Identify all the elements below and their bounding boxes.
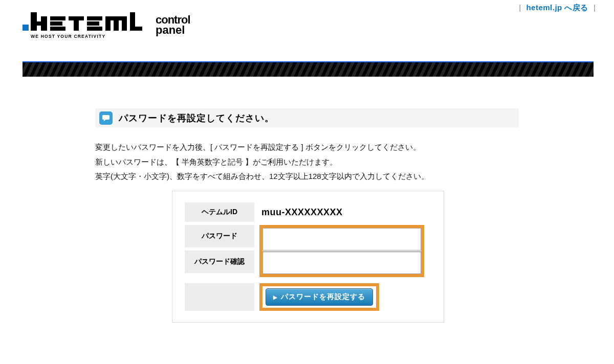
svg-rect-10 (87, 21, 99, 26)
value-heteml-id: muu-XXXXXXXXX (254, 202, 431, 222)
svg-rect-18 (130, 27, 142, 31)
password-reset-form: ヘテムルID muu-XXXXXXXXX パスワード パスワード確認 パスワード… (172, 191, 444, 323)
label-heteml-id: ヘテムルID (185, 202, 254, 222)
page-heading: パスワードを再設定してください。 (95, 108, 519, 128)
top-link-bar: | heteml.jp へ戻る | (516, 3, 599, 13)
password-input[interactable] (262, 228, 421, 251)
svg-rect-9 (87, 16, 102, 20)
label-submit-spacer (185, 283, 254, 311)
svg-rect-0 (23, 25, 29, 31)
heteml-id-text: muu-XXXXXXXXX (261, 207, 343, 218)
svg-rect-8 (74, 16, 79, 31)
instruction-line-1: 変更したいパスワードを入力後、[ パスワードを再設定する ] ボタンをクリックし… (95, 140, 429, 155)
separator: | (594, 3, 596, 12)
back-to-heteml-link[interactable]: heteml.jp へ戻る (526, 3, 588, 12)
highlight-submit-button: パスワードを再設定する (259, 283, 379, 311)
reset-password-button[interactable]: パスワードを再設定する (266, 288, 373, 306)
header-divider-bar (23, 61, 594, 77)
page-title: パスワードを再設定してください。 (119, 112, 274, 124)
brand-logo: WE HOST YOUR CREATIVITY control panel (23, 9, 207, 42)
svg-rect-3 (41, 16, 47, 31)
svg-rect-4 (50, 16, 65, 20)
speech-bubble-icon (99, 111, 113, 125)
row-heteml-id: ヘテムルID muu-XXXXXXXXX (185, 202, 431, 222)
instruction-line-2: 新しいパスワードは、【 半角英数字と記号 】がご利用いただけます。 (95, 155, 429, 170)
heteml-logo-svg: WE HOST YOUR CREATIVITY control panel (23, 9, 207, 42)
highlight-password-fields (259, 225, 424, 277)
svg-rect-5 (50, 21, 62, 26)
separator: | (519, 3, 521, 12)
label-password: パスワード (185, 225, 254, 247)
svg-rect-16 (122, 16, 127, 31)
svg-rect-11 (87, 27, 102, 31)
svg-rect-19 (102, 115, 109, 120)
instruction-line-3: 英字(大文字・小文字)、数字をすべて組み合わせ、12文字以上128文字以内で入力… (95, 169, 429, 184)
panel-text: panel (156, 24, 185, 36)
instructions: 変更したいパスワードを入力後、[ パスワードを再設定する ] ボタンをクリックし… (95, 140, 429, 184)
svg-rect-6 (50, 27, 65, 31)
label-password-confirm: パスワード確認 (185, 251, 254, 273)
brand-tagline-text: WE HOST YOUR CREATIVITY (31, 34, 105, 39)
reset-password-button-label: パスワードを再設定する (281, 292, 365, 302)
row-submit: パスワードを再設定する (185, 283, 431, 311)
password-confirm-input[interactable] (262, 252, 421, 274)
